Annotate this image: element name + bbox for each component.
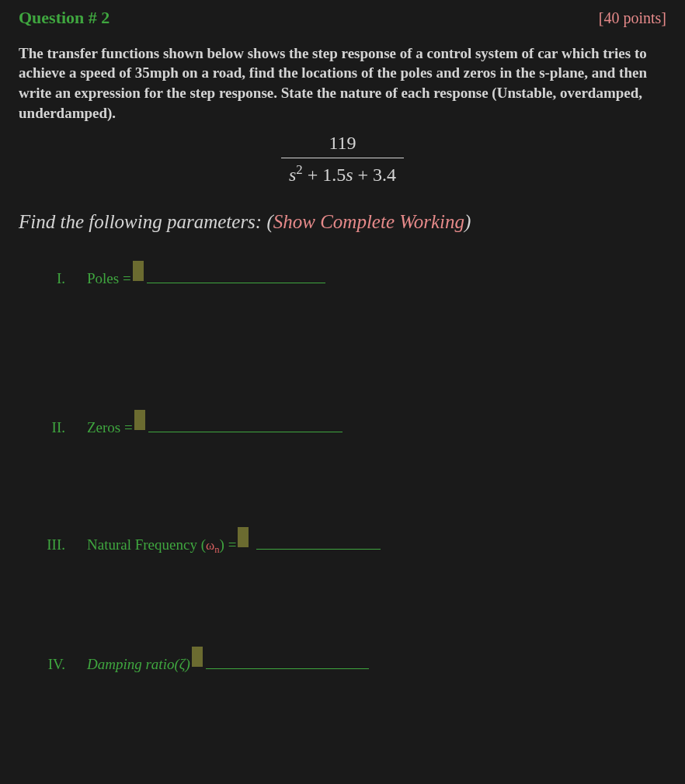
item-damping: IV. Damping ratio(ζ)	[19, 649, 666, 675]
find-parameters-heading: Find the following parameters: (Show Com…	[19, 209, 666, 235]
question-prompt: The transfer functions shown below shows…	[19, 43, 666, 123]
header-row: Question # 2 [40 points]	[19, 6, 666, 29]
answer-blank-damping[interactable]	[206, 654, 369, 669]
item-label-natfreq-pre: Natural Frequency (	[87, 535, 206, 555]
cursor-box-icon	[238, 527, 249, 547]
find-params-pre: Find the following parameters: (	[19, 211, 273, 232]
question-title: Question # 2	[19, 6, 110, 29]
item-body-2: Zeros =	[87, 412, 342, 438]
question-points: [40 points]	[599, 8, 666, 29]
item-zeros: II. Zeros =	[19, 412, 666, 438]
item-num-2: II.	[19, 418, 87, 438]
question-page: Question # 2 [40 points] The transfer fu…	[0, 0, 685, 784]
item-body-3: Natural Frequency (ωn) =	[87, 529, 381, 557]
spacer	[19, 565, 666, 649]
item-label-damping: Damping ratio(ζ)	[87, 654, 190, 675]
cursor-box-icon	[134, 410, 145, 430]
answer-blank-zeros[interactable]	[148, 417, 342, 432]
cursor-box-icon	[133, 261, 144, 281]
transfer-function: 119 s2 + 1.5s + 3.4	[19, 130, 666, 187]
spellcheck-squiggle-icon: ωn	[206, 537, 220, 557]
item-body-4: Damping ratio(ζ)	[87, 649, 369, 675]
spacer	[19, 446, 666, 529]
item-num-3: III.	[19, 535, 87, 555]
item-num-4: IV.	[19, 654, 87, 675]
item-natfreq: III. Natural Frequency (ωn) =	[19, 529, 666, 557]
item-label-poles: Poles =	[87, 269, 131, 289]
cursor-box-icon	[192, 647, 203, 667]
item-label-natfreq-post: ) =	[220, 535, 237, 555]
answer-blank-poles[interactable]	[147, 268, 325, 283]
item-body-1: Poles =	[87, 263, 325, 289]
tf-numerator: 119	[281, 130, 404, 157]
spacer	[19, 682, 666, 784]
find-params-highlight: Show Complete Working	[273, 211, 464, 232]
find-params-post: )	[464, 211, 471, 232]
answer-blank-natfreq[interactable]	[256, 534, 381, 550]
item-num-1: I.	[19, 269, 87, 289]
spacer	[19, 296, 666, 412]
item-poles: I. Poles =	[19, 263, 666, 289]
item-label-zeros: Zeros =	[87, 418, 133, 438]
tf-denominator: s2 + 1.5s + 3.4	[281, 158, 404, 187]
